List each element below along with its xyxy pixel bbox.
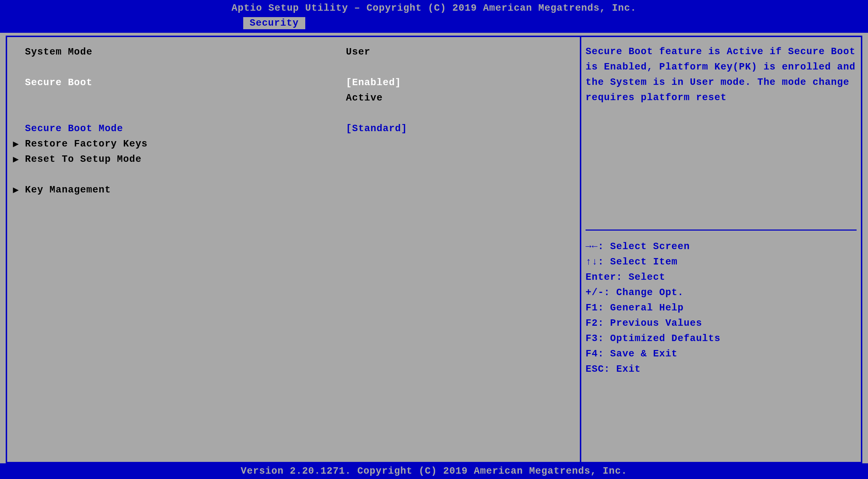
restore-factory-keys-label: Restore Factory Keys bbox=[25, 139, 346, 149]
blank-row bbox=[7, 167, 580, 182]
setting-reset-to-setup-mode[interactable]: ▶ Reset To Setup Mode bbox=[7, 151, 580, 167]
secure-boot-status-row: Active bbox=[7, 90, 580, 105]
blank-row bbox=[7, 105, 580, 121]
setting-system-mode: System Mode User bbox=[7, 44, 580, 60]
hotkey-exit: ESC: Exit bbox=[586, 362, 857, 377]
divider bbox=[586, 230, 857, 231]
hotkey-previous-values: F2: Previous Values bbox=[586, 316, 857, 331]
setting-secure-boot[interactable]: Secure Boot [Enabled] bbox=[7, 75, 580, 90]
tab-row: Security bbox=[0, 16, 868, 33]
setting-restore-factory-keys[interactable]: ▶ Restore Factory Keys bbox=[7, 136, 580, 151]
secure-boot-status: Active bbox=[346, 93, 383, 103]
system-mode-label: System Mode bbox=[25, 47, 346, 57]
submenu-arrow-icon: ▶ bbox=[7, 153, 25, 165]
secure-boot-mode-label: Secure Boot Mode bbox=[25, 123, 346, 134]
tab-security[interactable]: Security bbox=[242, 16, 306, 29]
bios-setup-screen: Aptio Setup Utility – Copyright (C) 2019… bbox=[0, 0, 868, 479]
hotkey-general-help: F1: General Help bbox=[586, 300, 857, 316]
secure-boot-mode-value: [Standard] bbox=[346, 123, 407, 134]
settings-panel: System Mode User Secure Boot [Enabled] A… bbox=[6, 36, 581, 463]
hotkey-select-item: ↑↓: Select Item bbox=[586, 254, 857, 270]
footer-bar: Version 2.20.1271. Copyright (C) 2019 Am… bbox=[0, 463, 868, 479]
hotkey-list: →←: Select Screen ↑↓: Select Item Enter:… bbox=[586, 239, 857, 377]
key-management-label: Key Management bbox=[25, 185, 346, 195]
help-text: Secure Boot feature is Active if Secure … bbox=[586, 44, 857, 226]
system-mode-value: User bbox=[346, 47, 371, 57]
setting-secure-boot-mode[interactable]: Secure Boot Mode [Standard] bbox=[7, 121, 580, 136]
hotkey-save-exit: F4: Save & Exit bbox=[586, 346, 857, 362]
title-bar: Aptio Setup Utility – Copyright (C) 2019… bbox=[0, 0, 868, 16]
hotkey-change-opt: +/-: Change Opt. bbox=[586, 285, 857, 300]
secure-boot-label: Secure Boot bbox=[25, 77, 346, 88]
setting-key-management[interactable]: ▶ Key Management bbox=[7, 182, 580, 197]
secure-boot-value: [Enabled] bbox=[346, 77, 401, 88]
body-container: System Mode User Secure Boot [Enabled] A… bbox=[0, 33, 868, 463]
blank-row bbox=[7, 60, 580, 75]
help-panel: Secure Boot feature is Active if Secure … bbox=[581, 36, 862, 463]
hotkey-select: Enter: Select bbox=[586, 270, 857, 285]
tab-label: Security bbox=[250, 18, 299, 29]
reset-to-setup-mode-label: Reset To Setup Mode bbox=[25, 154, 346, 165]
submenu-arrow-icon: ▶ bbox=[7, 138, 25, 150]
hotkey-select-screen: →←: Select Screen bbox=[586, 239, 857, 254]
hotkey-optimized-defaults: F3: Optimized Defaults bbox=[586, 331, 857, 346]
submenu-arrow-icon: ▶ bbox=[7, 184, 25, 196]
footer-text: Version 2.20.1271. Copyright (C) 2019 Am… bbox=[241, 466, 627, 477]
title-text: Aptio Setup Utility – Copyright (C) 2019… bbox=[231, 3, 636, 14]
